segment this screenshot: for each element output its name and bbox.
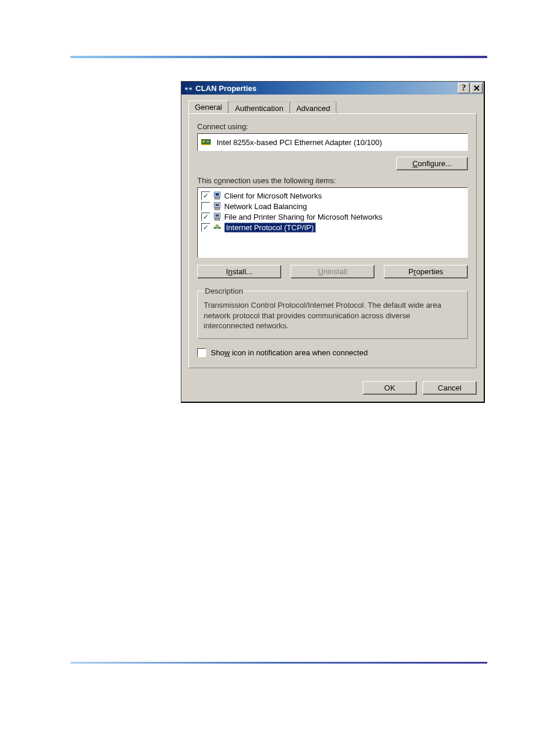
description-legend: Description xyxy=(204,287,244,295)
tab-authentication[interactable]: Authentication xyxy=(228,102,289,115)
checkbox[interactable]: ✓ xyxy=(201,223,210,232)
list-item-label: Internet Protocol (TCP/IP) xyxy=(224,223,316,233)
svg-rect-1 xyxy=(189,88,192,90)
show-icon-row: Show icon in notification area when conn… xyxy=(197,348,468,357)
list-item-label: Network Load Balancing xyxy=(224,202,307,211)
properties-button[interactable]: Properties xyxy=(384,265,468,278)
svg-rect-9 xyxy=(206,140,210,143)
svg-rect-0 xyxy=(185,88,188,90)
page-top-rule xyxy=(70,56,487,58)
svg-rect-15 xyxy=(215,204,219,206)
tab-panel-general: Connect using: Intel 8255x-based PCI Eth… xyxy=(188,113,477,368)
svg-point-21 xyxy=(214,227,216,229)
tab-advanced[interactable]: Advanced xyxy=(290,102,337,115)
checkbox[interactable]: ✓ xyxy=(201,213,210,221)
protocol-icon xyxy=(212,223,222,233)
help-button[interactable]: ? xyxy=(458,83,470,93)
titlebar-text: CLAN Properties xyxy=(195,84,457,93)
description-text: Transmission Control Protocol/Internet P… xyxy=(204,300,461,331)
item-action-buttons: Install... Uninstall Properties xyxy=(197,265,468,278)
close-button[interactable] xyxy=(471,83,483,93)
svg-rect-19 xyxy=(215,218,220,220)
ok-button[interactable]: OK xyxy=(363,381,417,395)
client-icon xyxy=(212,191,222,200)
titlebar[interactable]: CLAN Properties ? xyxy=(181,82,484,95)
dialog-footer: OK Cancel xyxy=(181,375,484,402)
dialog-body: General Authentication Advanced Connect … xyxy=(181,95,484,375)
list-item[interactable]: ✓ Internet Protocol (TCP/IP) xyxy=(201,222,464,233)
network-adapter-icon xyxy=(201,138,212,146)
tab-strip: General Authentication Advanced xyxy=(188,100,477,113)
list-item-label: Client for Microsoft Networks xyxy=(224,191,322,200)
adapter-name: Intel 8255x-based PCI Ethernet Adapter (… xyxy=(217,138,382,147)
description-group: Description Transmission Control Protoco… xyxy=(197,287,468,339)
checkbox[interactable]: ✓ xyxy=(201,191,210,200)
connection-icon xyxy=(184,83,193,93)
list-item[interactable]: ✓ File and Printer Sharing for Microsoft… xyxy=(201,211,464,222)
list-item[interactable]: Network Load Balancing xyxy=(201,201,464,211)
connection-items-listbox[interactable]: ✓ Client for Microsoft Networks xyxy=(197,187,468,258)
svg-rect-13 xyxy=(215,197,220,199)
adapter-field[interactable]: Intel 8255x-based PCI Ethernet Adapter (… xyxy=(197,133,468,151)
svg-point-22 xyxy=(218,227,221,229)
list-item[interactable]: ✓ Client for Microsoft Networks xyxy=(201,190,464,201)
svg-rect-18 xyxy=(215,214,219,217)
cancel-button[interactable]: Cancel xyxy=(423,381,477,395)
page-bottom-rule xyxy=(70,662,487,664)
clan-properties-dialog: CLAN Properties ? General Authentication… xyxy=(181,81,485,403)
install-button[interactable]: Install... xyxy=(197,265,281,278)
svg-rect-8 xyxy=(203,140,205,143)
configure-button[interactable]: Configure... xyxy=(396,157,468,170)
show-icon-checkbox[interactable] xyxy=(197,348,206,357)
checkbox[interactable] xyxy=(201,202,210,211)
items-label: This connection uses the following items… xyxy=(197,176,468,185)
svg-rect-23 xyxy=(216,225,218,227)
service-icon xyxy=(212,201,222,211)
uninstall-button[interactable]: Uninstall xyxy=(291,265,375,278)
show-icon-label: Show icon in notification area when conn… xyxy=(211,348,367,357)
svg-rect-16 xyxy=(215,208,220,210)
list-item-label: File and Printer Sharing for Microsoft N… xyxy=(224,213,382,221)
svg-rect-12 xyxy=(215,193,219,196)
svg-rect-10 xyxy=(201,144,211,145)
connect-using-label: Connect using: xyxy=(197,122,468,131)
service-icon xyxy=(212,212,222,221)
tab-general[interactable]: General xyxy=(188,100,228,113)
